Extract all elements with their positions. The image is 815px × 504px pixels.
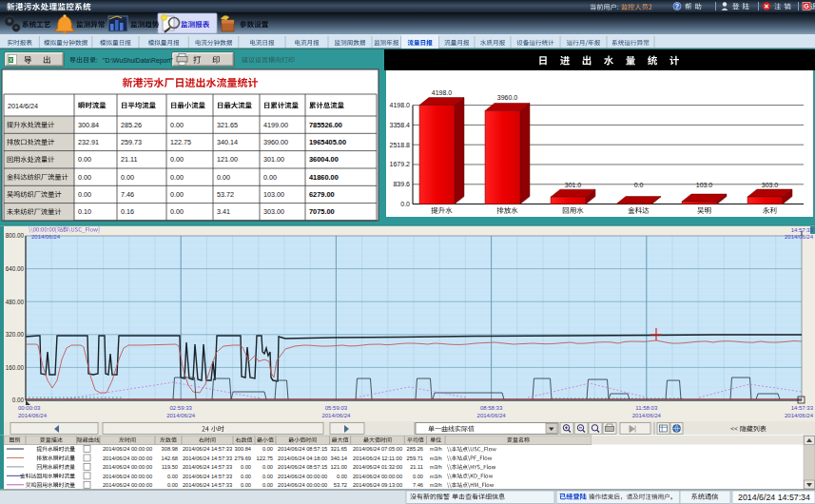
- svg-text:0.16: 0.16: [121, 207, 134, 216]
- svg-text:303.00: 303.00: [263, 207, 284, 216]
- svg-text:0.00: 0.00: [337, 474, 347, 479]
- svg-text:0.00: 0.00: [262, 446, 273, 452]
- svg-text:2014/06/24 00:00:00: 2014/06/24 00:00:00: [103, 482, 152, 488]
- svg-text:0.00: 0.00: [170, 173, 184, 182]
- svg-text:0.00: 0.00: [241, 482, 251, 488]
- svg-text:"D:\WuShuiData\Report": "D:\WuShuiData\Report": [103, 57, 173, 65]
- svg-text:122.75: 122.75: [257, 456, 273, 461]
- svg-text:7.46: 7.46: [413, 482, 423, 488]
- svg-text:122.75: 122.75: [170, 138, 191, 146]
- svg-text:301.0: 301.0: [565, 182, 582, 188]
- svg-text:0.00: 0.00: [262, 464, 273, 470]
- svg-text:2014/06/24 08:57:15: 2014/06/24 08:57:15: [278, 464, 327, 470]
- svg-text:2014/06/24: 2014/06/24: [18, 413, 48, 418]
- svg-text:2014/06/24: 2014/06/24: [166, 413, 196, 418]
- svg-text:0.00: 0.00: [170, 207, 184, 216]
- svg-text:05:59:03: 05:59:03: [325, 405, 348, 411]
- svg-text:2014/06/24 00:00:00: 2014/06/24 00:00:00: [103, 464, 152, 470]
- svg-text:259.71: 259.71: [407, 456, 423, 461]
- svg-text:2014/06/24 01:32:00: 2014/06/24 01:32:00: [353, 464, 402, 470]
- svg-text:839.6: 839.6: [393, 181, 410, 187]
- svg-text:2014/06/24 09:13:00: 2014/06/24 09:13:00: [353, 482, 402, 488]
- svg-text:285.26: 285.26: [407, 446, 423, 452]
- svg-text:0.00: 0.00: [78, 173, 91, 182]
- svg-text:2014/06/24 14:57:33: 2014/06/24 14:57:33: [183, 464, 232, 470]
- svg-text:1679.2: 1679.2: [390, 161, 411, 167]
- svg-text:480.00: 480.00: [6, 299, 25, 305]
- svg-text:0.0: 0.0: [634, 182, 644, 188]
- svg-text:285.26: 285.26: [121, 121, 142, 129]
- svg-text:300.84: 300.84: [78, 121, 99, 129]
- svg-text:119.50: 119.50: [162, 464, 178, 470]
- svg-text:2014/06/24: 2014/06/24: [632, 413, 662, 418]
- svg-text:0.00: 0.00: [241, 474, 251, 479]
- svg-text:41860.00: 41860.00: [309, 173, 339, 182]
- svg-text:2014/06/24 00:00:00: 2014/06/24 00:00:00: [353, 474, 402, 479]
- svg-text:3960.00: 3960.00: [263, 138, 288, 146]
- svg-text:53.72: 53.72: [217, 190, 234, 199]
- svg-text:0.00: 0.00: [121, 173, 134, 182]
- svg-text:53.72: 53.72: [334, 482, 347, 488]
- svg-text:0.00: 0.00: [217, 173, 230, 182]
- svg-text:0.00: 0.00: [262, 482, 273, 488]
- svg-text:00:00:03: 00:00:03: [18, 405, 41, 411]
- svg-text:3960.0: 3960.0: [497, 94, 518, 101]
- svg-text:2014/06/24 14:57:33: 2014/06/24 14:57:33: [183, 456, 232, 461]
- svg-text:2014/06/24: 2014/06/24: [321, 413, 351, 418]
- svg-text:2014/06/24 00:00:00: 2014/06/24 00:00:00: [278, 482, 327, 488]
- svg-text:0.10: 0.10: [78, 207, 91, 216]
- svg-text:2014/6/24 14:57:34: 2014/6/24 14:57:34: [738, 493, 810, 502]
- svg-text:7.46: 7.46: [121, 190, 134, 199]
- svg-text:m3/h: m3/h: [430, 474, 442, 479]
- svg-text:142.68: 142.68: [162, 456, 178, 461]
- svg-text:321.65: 321.65: [217, 121, 238, 129]
- svg-text:2014/06/24 14:57:33: 2014/06/24 14:57:33: [183, 482, 232, 488]
- svg-text:300.84: 300.84: [235, 446, 251, 452]
- svg-text:21.11: 21.11: [410, 464, 423, 470]
- svg-text:320.00: 320.00: [6, 331, 25, 338]
- svg-text:259.73: 259.73: [121, 138, 142, 146]
- svg-text:0.00: 0.00: [170, 121, 184, 129]
- svg-text:7075.00: 7075.00: [309, 207, 335, 216]
- svg-text:✕: ✕: [764, 3, 768, 10]
- svg-text:3358.4: 3358.4: [390, 122, 411, 128]
- svg-text:279.69: 279.69: [235, 456, 251, 461]
- svg-text:0.0: 0.0: [400, 201, 410, 207]
- svg-text:2014/06/24 07:05:00: 2014/06/24 07:05:00: [353, 446, 402, 452]
- svg-text:2014/06/24: 2014/06/24: [785, 413, 814, 418]
- svg-text:m3/h: m3/h: [430, 464, 442, 470]
- svg-text:14:57:33: 14:57:33: [791, 405, 814, 411]
- svg-text:2014/06/24 14:57:33: 2014/06/24 14:57:33: [183, 446, 232, 452]
- svg-text:0.00: 0.00: [167, 474, 178, 479]
- svg-text:340.14: 340.14: [331, 456, 347, 461]
- svg-text:36004.00: 36004.00: [309, 155, 339, 164]
- svg-text:2014/06/24 00:00:00: 2014/06/24 00:00:00: [103, 446, 152, 452]
- svg-text:321.65: 321.65: [331, 446, 347, 452]
- svg-text:1965405.00: 1965405.00: [309, 138, 346, 146]
- svg-text:0.00: 0.00: [241, 464, 251, 470]
- svg-text:800.00: 800.00: [6, 232, 25, 239]
- svg-text:2014/06/24: 2014/06/24: [31, 234, 61, 240]
- svg-text:0.00: 0.00: [167, 482, 178, 488]
- svg-text:340.14: 340.14: [217, 138, 238, 146]
- svg-text:640.00: 640.00: [6, 265, 25, 272]
- svg-text:4199.00: 4199.00: [263, 121, 288, 129]
- svg-text:4198.0: 4198.0: [432, 89, 453, 96]
- svg-text:121.00: 121.00: [217, 155, 238, 164]
- svg-text:2014/06/24 00:00:00: 2014/06/24 00:00:00: [103, 474, 152, 479]
- svg-text:232.91: 232.91: [78, 138, 99, 146]
- svg-text:0.00: 0.00: [12, 397, 25, 403]
- svg-text:2518.8: 2518.8: [390, 142, 411, 148]
- svg-text:103.00: 103.00: [263, 190, 284, 199]
- svg-text:303.0: 303.0: [762, 182, 779, 188]
- svg-text:0.00: 0.00: [263, 173, 277, 182]
- svg-text:308.98: 308.98: [162, 446, 178, 452]
- svg-text:0.00: 0.00: [262, 474, 273, 479]
- svg-text:21.11: 21.11: [121, 155, 137, 164]
- svg-text:2014/06/24 04:18:00: 2014/06/24 04:18:00: [278, 456, 327, 461]
- svg-text:2014/06/24 14:57:33: 2014/06/24 14:57:33: [183, 474, 232, 479]
- svg-text:4198.0: 4198.0: [390, 102, 411, 108]
- svg-text:?: ?: [675, 3, 679, 10]
- svg-text:2014/06/24: 2014/06/24: [785, 234, 814, 240]
- svg-text:2014/06/24 08:57:15: 2014/06/24 08:57:15: [278, 446, 327, 452]
